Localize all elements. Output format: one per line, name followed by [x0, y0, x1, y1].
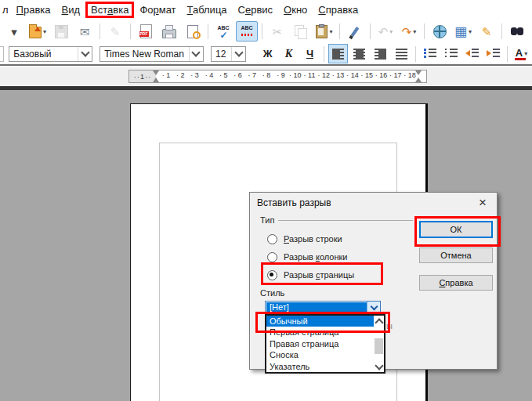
radio-button-icon [267, 234, 277, 244]
open-button[interactable]: ▾ [27, 21, 49, 42]
font-name-combo[interactable]: Times New Roman [100, 46, 204, 62]
scrollbar-thumb[interactable] [375, 338, 383, 354]
menu-item-4[interactable]: Таблица [182, 2, 233, 18]
save-icon [55, 25, 68, 38]
ruler-number: 8 [259, 71, 273, 79]
clone-formatting-button[interactable] [344, 21, 366, 42]
new-dropdown-icon: ▾ [11, 26, 17, 38]
menu-item-0[interactable]: Правка [11, 2, 56, 18]
align-center-button[interactable] [349, 44, 369, 63]
align-right-button[interactable] [371, 44, 390, 63]
italic-button[interactable]: К [279, 44, 299, 63]
auto-spellcheck-icon [241, 24, 254, 38]
spelling-button[interactable] [212, 21, 234, 42]
separator [339, 23, 340, 39]
radio-option-1[interactable]: Разрыв колонки [267, 251, 347, 262]
list-scrollbar[interactable] [374, 316, 384, 372]
draw-functions-button[interactable]: ✎ [476, 21, 498, 42]
radio-label: Разрыв страницы [284, 270, 354, 280]
redo-button[interactable]: ↷▾ [398, 21, 420, 42]
menu-item-2[interactable]: Вставка [85, 2, 134, 18]
right-indent-marker[interactable] [415, 70, 422, 82]
font-color-button[interactable]: А▾ [512, 44, 531, 63]
style-option-4[interactable]: Указатель [266, 361, 374, 372]
numbered-list-button[interactable] [420, 44, 440, 63]
page-preview-button[interactable] [182, 21, 204, 42]
bold-button[interactable]: Ж [258, 44, 277, 63]
menu-item-fragment[interactable]: л [2, 2, 11, 17]
edit-file-button[interactable]: ✎ [104, 21, 126, 42]
separator [324, 46, 324, 62]
increase-indent-button[interactable] [483, 44, 503, 63]
send-email-button[interactable]: ✉ [74, 21, 96, 42]
decrease-indent-button[interactable] [462, 44, 482, 63]
ruler-number: 17 [389, 71, 403, 79]
underline-button[interactable]: Ч [300, 44, 320, 63]
menu-item-5[interactable]: Сервис [233, 2, 279, 18]
formatting-toolbar: Базовый Times New Roman 12 ЖКЧА▾ [0, 43, 532, 66]
paragraph-style-dropdown[interactable] [78, 47, 92, 61]
paragraph-style-value: Базовый [9, 49, 78, 60]
font-size-combo[interactable]: 12 [211, 46, 246, 62]
radio-button-icon [267, 252, 277, 262]
style-combo[interactable]: [Нет] [265, 301, 381, 314]
numbered-list-icon [424, 49, 436, 59]
menu-item-6[interactable]: Окно [278, 2, 313, 18]
export-pdf-button[interactable] [135, 21, 157, 42]
ruler-number: 7 [245, 71, 259, 79]
style-option-3[interactable]: Сноска [266, 349, 374, 360]
undo-button[interactable]: ↶▾ [375, 21, 396, 42]
radio-label: Разрыв колонки [284, 252, 347, 262]
horizontal-ruler: ··1··123456789101112131415161718 [128, 70, 427, 83]
ok-button[interactable]: ОК [419, 221, 493, 238]
find-replace-button[interactable] [506, 21, 528, 42]
help-button[interactable]: Справка [419, 275, 493, 291]
ruler-number: 11 [302, 71, 317, 79]
font-name-dropdown[interactable] [189, 47, 203, 61]
radio-option-0[interactable]: Разрыв строки [267, 233, 342, 244]
scroll-down-icon[interactable] [375, 361, 383, 370]
radio-option-2[interactable]: Разрыв страницы [267, 269, 354, 280]
chevron-down-icon [234, 48, 243, 56]
auto-spellcheck-button[interactable] [236, 21, 258, 42]
open-icon [29, 27, 42, 38]
style-combo-dropdown[interactable] [367, 302, 380, 313]
clone-formatting-icon [351, 27, 360, 37]
font-color-icon: А [516, 48, 523, 60]
bullet-list-button[interactable] [441, 44, 461, 63]
separator [501, 23, 502, 39]
table-button[interactable]: ▦▾ [452, 21, 474, 42]
ruler-number: 9 [273, 71, 288, 79]
bold-icon: Ж [263, 49, 273, 59]
hyperlink-button[interactable] [429, 21, 451, 42]
style-option-1[interactable]: Первая страница [266, 327, 374, 338]
decrease-indent-icon [465, 49, 479, 59]
style-option-0[interactable]: Обычный [266, 316, 374, 327]
style-option-2[interactable]: Правая страница [266, 338, 374, 349]
menu-item-7[interactable]: Справка [313, 2, 364, 18]
underline-icon: Ч [306, 49, 313, 59]
paste-button[interactable]: ▾ [313, 21, 335, 42]
cancel-button[interactable]: Отмена [419, 247, 493, 263]
send-email-icon: ✉ [80, 26, 90, 38]
draw-functions-icon: ✎ [482, 26, 492, 38]
font-size-value: 12 [212, 49, 231, 60]
align-justify-button[interactable] [392, 44, 411, 63]
scroll-up-icon[interactable] [375, 318, 383, 327]
new-dropdown-button[interactable]: ▾ [3, 21, 25, 42]
align-left-button[interactable] [328, 44, 348, 63]
ruler-number: 3 [188, 71, 202, 79]
menu-item-1[interactable]: Вид [56, 2, 86, 18]
paragraph-style-combo[interactable]: Базовый [9, 46, 92, 62]
print-button[interactable] [158, 21, 180, 42]
ruler-margin-section: ··1·· [129, 70, 156, 82]
cut-button[interactable]: ✂ [266, 21, 288, 42]
undo-icon: ↶ [378, 26, 389, 38]
font-size-dropdown[interactable] [231, 47, 245, 61]
save-button[interactable] [50, 21, 72, 42]
menu-item-3[interactable]: Формат [134, 2, 181, 18]
close-icon[interactable]: × [476, 194, 490, 211]
separator [424, 23, 425, 39]
copy-button[interactable] [290, 21, 312, 42]
radio-label: Разрыв строки [284, 234, 342, 244]
